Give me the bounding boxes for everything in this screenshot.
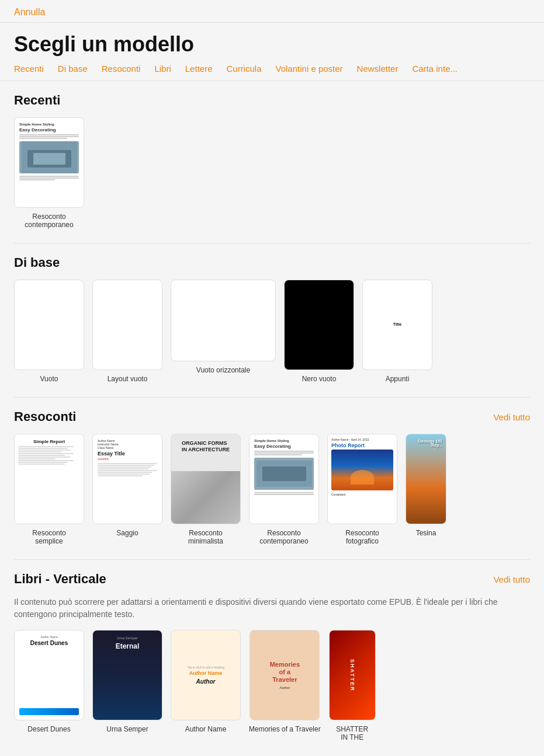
- thumb-layout-vuoto: [92, 280, 162, 370]
- thumb-author-name: Tap or click to add a heading Author Nam…: [171, 630, 241, 720]
- label-shatter: SHATTERIN THE: [336, 725, 368, 741]
- di-base-templates-row: Vuoto Layout vuoto Vuoto orizzontale Ner…: [14, 280, 530, 383]
- thumb-resoconto-minimalista: ORGANIC FORMSIN ARCHITECTURE: [171, 434, 241, 524]
- template-desert-dunes[interactable]: Author Name Desert Dunes Desert Dunes: [14, 630, 84, 741]
- thumb-vuoto-orizzontale: [171, 280, 276, 361]
- label-memories-traveler: Memories of a Traveler: [249, 725, 321, 733]
- section-di-base-title: Di base: [14, 255, 60, 270]
- thumb-tesina: Geology 101 Rep...: [406, 434, 446, 524]
- libri-description: Il contenuto può scorrere per adattarsi …: [14, 596, 530, 621]
- label-author-name: Author Name: [185, 725, 227, 733]
- see-all-libri[interactable]: Vedi tutto: [493, 574, 530, 584]
- libri-templates-row: Author Name Desert Dunes Desert Dunes Ur…: [14, 630, 530, 741]
- label-desert-dunes: Desert Dunes: [27, 725, 70, 733]
- nav-recenti[interactable]: Recenti: [14, 64, 44, 74]
- label-urna-semper: Urna Semper: [106, 725, 148, 733]
- template-nero-vuoto[interactable]: Nero vuoto: [284, 280, 354, 383]
- label-resoconto-fotografico: Resocontofotografico: [345, 529, 379, 545]
- label-resoconto-contemporaneo-recent: Resocontocontemporaneo: [25, 212, 73, 229]
- thumb-nero-vuoto: [284, 280, 354, 370]
- label-appunti: Appunti: [386, 375, 410, 383]
- svg-rect-4: [262, 466, 306, 481]
- section-libri-title: Libri - Verticale: [14, 572, 106, 587]
- label-resoconto-contemporaneo: Resocontocontemporaneo: [259, 529, 308, 545]
- page-title: Scegli un modello: [0, 23, 544, 64]
- section-di-base: Di base Vuoto Layout vuoto Vuoto orizzon…: [0, 243, 544, 397]
- thumb-resoconto-contemporaneo-recent: Simple Home Styling Easy Decorating: [14, 117, 84, 208]
- label-tesina: Tesina: [416, 529, 436, 537]
- label-layout-vuoto: Layout vuoto: [108, 375, 148, 383]
- template-vuoto-orizzontale[interactable]: Vuoto orizzontale: [171, 280, 276, 383]
- template-vuoto[interactable]: Vuoto: [14, 280, 84, 383]
- thumb-resoconto-contemporaneo: Simple Home Styling Easy Decorating: [249, 434, 319, 524]
- section-di-base-header: Di base: [14, 255, 530, 270]
- template-layout-vuoto[interactable]: Layout vuoto: [92, 280, 162, 383]
- thumb-vuoto: [14, 280, 84, 370]
- template-saggio[interactable]: Author NameInstructor NameClass Name Ess…: [92, 434, 162, 545]
- section-libri: Libri - Verticale Vedi tutto Il contenut…: [0, 560, 544, 755]
- template-author-name[interactable]: Tap or click to add a heading Author Nam…: [171, 630, 241, 741]
- template-tesina[interactable]: Geology 101 Rep... Tesina: [406, 434, 446, 545]
- recenti-templates-row: Simple Home Styling Easy Decorating: [14, 117, 530, 229]
- section-recenti-title: Recenti: [14, 93, 60, 108]
- section-resoconti-title: Resoconti: [14, 409, 76, 424]
- label-nero-vuoto: Nero vuoto: [302, 375, 337, 383]
- template-shatter[interactable]: SHATTER SHATTERIN THE: [329, 630, 376, 741]
- resoconti-templates-row: Simple Report: [14, 434, 530, 545]
- nav-newsletter[interactable]: Newsletter: [357, 64, 399, 74]
- cancel-button[interactable]: Annulla: [14, 7, 45, 18]
- thumb-desert-dunes: Author Name Desert Dunes: [14, 630, 84, 720]
- top-bar: Annulla: [0, 0, 544, 23]
- see-all-resoconti[interactable]: Vedi tutto: [493, 412, 530, 422]
- thumb-saggio: Author NameInstructor NameClass Name Ess…: [92, 434, 162, 524]
- template-resoconto-semplice[interactable]: Simple Report: [14, 434, 84, 545]
- label-vuoto: Vuoto: [40, 375, 58, 383]
- thumb-resoconto-fotografico: Author Name - April 14, 2022 Photo Repor…: [327, 434, 397, 524]
- label-resoconto-semplice: Resocontosemplice: [32, 529, 65, 545]
- template-resoconto-contemporaneo-recent[interactable]: Simple Home Styling Easy Decorating: [14, 117, 84, 229]
- svg-rect-2: [33, 153, 65, 165]
- nav-volantini[interactable]: Volantini e poster: [276, 64, 343, 74]
- nav-di-base[interactable]: Di base: [58, 64, 88, 74]
- nav-carta[interactable]: Carta inte...: [412, 64, 458, 74]
- thumb-urna-semper: Urna Semper Eternal: [92, 630, 162, 720]
- section-resoconti-header: Resoconti Vedi tutto: [14, 409, 530, 424]
- template-resoconto-minimalista[interactable]: ORGANIC FORMSIN ARCHITECTURE Resocontomi…: [171, 434, 241, 545]
- label-resoconto-minimalista: Resocontominimalista: [188, 529, 223, 545]
- thumb-shatter: SHATTER: [329, 630, 376, 720]
- template-appunti[interactable]: Title Appunti: [362, 280, 432, 383]
- label-saggio: Saggio: [116, 529, 138, 537]
- nav-lettere[interactable]: Lettere: [185, 64, 213, 74]
- section-recenti: Recenti Simple Home Styling Easy Decorat…: [0, 81, 544, 243]
- label-vuoto-orizzontale: Vuoto orizzontale: [196, 366, 250, 374]
- thumb-appunti: Title: [362, 280, 432, 370]
- nav-libri[interactable]: Libri: [154, 64, 171, 74]
- category-nav: Recenti Di base Resoconti Libri Lettere …: [0, 64, 544, 81]
- thumb-resoconto-semplice: Simple Report: [14, 434, 84, 524]
- section-resoconti: Resoconti Vedi tutto Simple Report: [0, 398, 544, 559]
- nav-curricula[interactable]: Curricula: [226, 64, 261, 74]
- template-memories-traveler[interactable]: Memoriesof aTraveler Author Memories of …: [249, 630, 321, 741]
- template-resoconto-contemporaneo[interactable]: Simple Home Styling Easy Decorating: [249, 434, 319, 545]
- section-recenti-header: Recenti: [14, 93, 530, 108]
- template-urna-semper[interactable]: Urna Semper Eternal Urna Semper: [92, 630, 162, 741]
- nav-resoconti[interactable]: Resoconti: [102, 64, 141, 74]
- section-libri-header: Libri - Verticale Vedi tutto: [14, 572, 530, 587]
- template-resoconto-fotografico[interactable]: Author Name - April 14, 2022 Photo Repor…: [327, 434, 397, 545]
- thumb-memories-traveler: Memoriesof aTraveler Author: [250, 630, 320, 720]
